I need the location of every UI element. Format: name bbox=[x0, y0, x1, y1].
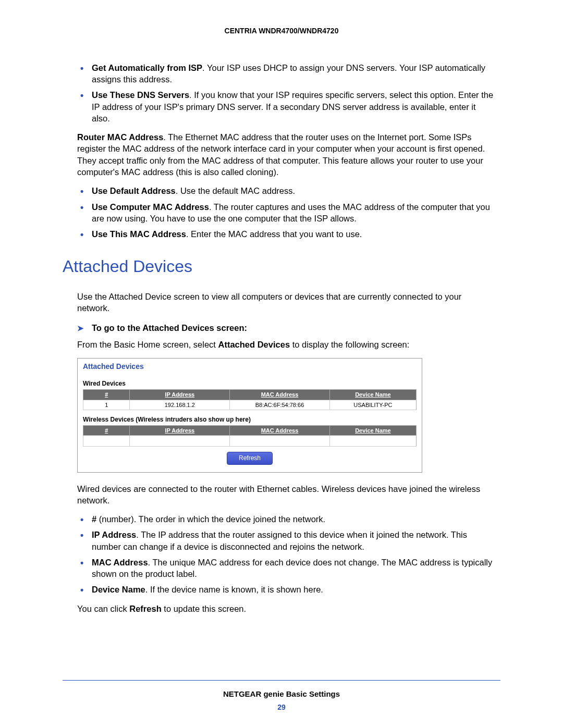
item-rest: . If the device name is known, it is sho… bbox=[145, 585, 323, 594]
item-lead: # bbox=[92, 514, 96, 524]
list-item: Use Computer MAC Address. The router cap… bbox=[77, 201, 495, 225]
item-rest: . Use the default MAC address. bbox=[176, 186, 295, 195]
item-lead: MAC Address bbox=[92, 558, 148, 567]
list-item: # (number). The order in which the devic… bbox=[77, 513, 495, 525]
list-item: IP Address. The IP address that the rout… bbox=[77, 529, 495, 552]
item-lead: Get Automatically from ISP bbox=[92, 63, 202, 72]
dns-list: Get Automatically from ISP. Your ISP use… bbox=[77, 62, 495, 124]
item-rest: . The IP address that the router assigne… bbox=[92, 530, 467, 551]
item-lead: Use This MAC Address bbox=[92, 229, 186, 239]
mac-lead: Router MAC Address bbox=[77, 132, 163, 142]
item-rest: . The unique MAC address for each device… bbox=[92, 558, 492, 578]
item-lead: Use Default Address bbox=[92, 186, 176, 195]
item-lead: Device Name bbox=[92, 585, 145, 594]
col-ip: IP Address bbox=[130, 425, 230, 436]
refresh-pre: You can click bbox=[77, 604, 129, 613]
wireless-table: # IP Address MAC Address Device Name bbox=[83, 425, 417, 447]
item-rest: (number). The order in which the device … bbox=[96, 514, 325, 524]
cell-name: USABILITY-PC bbox=[329, 400, 416, 410]
wired-label: Wired Devices bbox=[83, 379, 417, 388]
col-num: # bbox=[83, 389, 130, 400]
step-post: to display the following screen: bbox=[290, 340, 409, 349]
step-bold: Attached Devices bbox=[218, 340, 290, 349]
item-lead: IP Address bbox=[92, 530, 136, 539]
mac-paragraph: Router MAC Address. The Ethernet MAC add… bbox=[77, 131, 495, 178]
item-rest: . Enter the MAC address that you want to… bbox=[186, 229, 362, 239]
list-item: Use This MAC Address. Enter the MAC addr… bbox=[77, 228, 495, 240]
list-item: Device Name. If the device name is known… bbox=[77, 584, 495, 595]
page-header: CENTRIA WNDR4700/WNDR4720 bbox=[63, 26, 500, 36]
footer-page-number: 29 bbox=[63, 702, 500, 712]
after-shot-text: Wired devices are connected to the route… bbox=[77, 483, 495, 507]
step-heading: To go to the Attached Devices screen: bbox=[77, 322, 495, 334]
col-mac: MAC Address bbox=[230, 425, 330, 436]
col-name: Device Name bbox=[329, 389, 416, 400]
refresh-post: to update this screen. bbox=[162, 604, 246, 613]
item-lead: Use Computer MAC Address bbox=[92, 202, 209, 212]
attached-intro: Use the Attached Device screen to view a… bbox=[77, 291, 495, 314]
list-item: Get Automatically from ISP. Your ISP use… bbox=[77, 62, 495, 85]
col-ip: IP Address bbox=[130, 389, 230, 400]
mac-list: Use Default Address. Use the default MAC… bbox=[77, 185, 495, 240]
attached-devices-screenshot: Attached Devices Wired Devices # IP Addr… bbox=[77, 358, 422, 473]
list-item: Use Default Address. Use the default MAC… bbox=[77, 185, 495, 196]
table-header-row: # IP Address MAC Address Device Name bbox=[83, 425, 417, 436]
table-header-row: # IP Address MAC Address Device Name bbox=[83, 389, 417, 400]
page-footer: NETGEAR genie Basic Settings 29 bbox=[63, 680, 500, 712]
cell-num: 1 bbox=[83, 400, 130, 410]
list-item: MAC Address. The unique MAC address for … bbox=[77, 557, 495, 580]
item-lead: Use These DNS Servers bbox=[92, 90, 189, 100]
shot-title: Attached Devices bbox=[83, 362, 417, 372]
cell-ip: 192.168.1.2 bbox=[130, 400, 230, 410]
section-heading-attached-devices: Attached Devices bbox=[63, 255, 495, 278]
col-mac: MAC Address bbox=[230, 389, 330, 400]
col-name: Device Name bbox=[329, 425, 416, 436]
list-item: Use These DNS Servers. If you know that … bbox=[77, 89, 495, 124]
step-pre: From the Basic Home screen, select bbox=[77, 340, 218, 349]
table-row: 1 192.168.1.2 B8:AC:6F:54:78:66 USABILIT… bbox=[83, 400, 417, 410]
refresh-button[interactable]: Refresh bbox=[227, 452, 273, 464]
fields-list: # (number). The order in which the devic… bbox=[77, 513, 495, 596]
refresh-bold: Refresh bbox=[129, 604, 161, 613]
wireless-label: Wireless Devices (Wireless intruders als… bbox=[83, 415, 417, 424]
refresh-line: You can click Refresh to update this scr… bbox=[77, 603, 495, 614]
cell-mac: B8:AC:6F:54:78:66 bbox=[230, 400, 330, 410]
step-line: From the Basic Home screen, select Attac… bbox=[77, 339, 495, 350]
col-num: # bbox=[83, 425, 130, 436]
table-row bbox=[83, 436, 417, 447]
footer-title: NETGEAR genie Basic Settings bbox=[63, 689, 500, 699]
wired-table: # IP Address MAC Address Device Name 1 1… bbox=[83, 389, 417, 411]
